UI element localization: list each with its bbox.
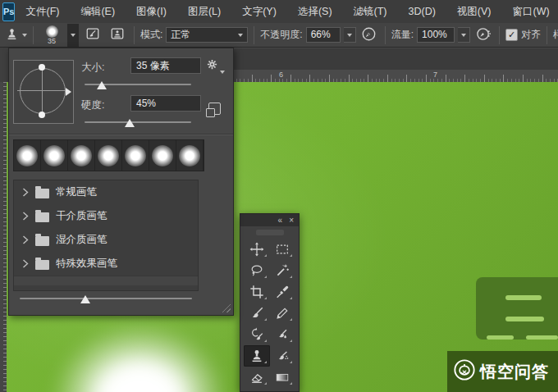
brush-preset-soft-round[interactable]	[122, 140, 149, 171]
toggle-clone-source-button[interactable]	[107, 26, 128, 43]
brush-preset-soft-round[interactable]	[68, 140, 95, 171]
angle-arrow-icon[interactable]	[66, 88, 71, 96]
tool-lasso[interactable]	[244, 260, 270, 281]
tool-crop[interactable]	[244, 281, 270, 303]
brush-preset-soft-round[interactable]	[176, 140, 204, 171]
divider	[385, 26, 386, 44]
angle-axis-v	[42, 66, 43, 116]
panel-resize-grip[interactable]	[222, 303, 231, 312]
roundness-handle[interactable]	[39, 112, 45, 118]
hardness-slider[interactable]	[85, 121, 191, 123]
chevron-down-icon	[238, 34, 243, 37]
brush-preset-soft-round[interactable]	[149, 140, 176, 171]
chevron-right-icon[interactable]	[22, 209, 29, 224]
menu-filter[interactable]: 滤镜(T)	[343, 0, 398, 23]
brush-preset-soft-round[interactable]	[95, 140, 122, 171]
collapse-panel-icon[interactable]: «	[278, 214, 283, 226]
menu-window[interactable]: 窗口(W)	[502, 0, 558, 23]
folder-icon	[35, 236, 49, 246]
flow-dropdown-button[interactable]	[458, 27, 470, 43]
panel-bottom-slider-thumb[interactable]	[80, 295, 90, 303]
flow-input[interactable]: 100%	[417, 27, 455, 43]
folder-label: 特殊效果画笔	[56, 257, 117, 271]
horizontal-ruler[interactable]: 6 7	[232, 70, 558, 83]
brush-preset-picker[interactable]: 35	[39, 24, 64, 47]
gear-menu-button[interactable]	[206, 58, 225, 74]
roundness-handle[interactable]	[39, 64, 45, 71]
size-label: 大小:	[81, 61, 104, 75]
chevron-right-icon[interactable]	[22, 185, 29, 200]
tool-pencil[interactable]	[270, 303, 296, 324]
divider	[134, 26, 135, 44]
toggle-brush-panel-button[interactable]	[82, 26, 103, 43]
menu-image[interactable]: 图像(I)	[126, 0, 177, 23]
tool-grid	[240, 237, 299, 390]
photo-highlight-blob	[52, 324, 228, 392]
close-panel-icon[interactable]: ×	[289, 214, 294, 226]
hardness-label: 硬度:	[81, 98, 104, 112]
tool-healing-brush[interactable]	[270, 345, 296, 367]
menu-file[interactable]: 文件(F)	[15, 0, 70, 23]
history-brush-tool-icon	[249, 327, 264, 342]
opacity-input[interactable]: 66%	[306, 27, 341, 43]
airbrush-button[interactable]	[473, 26, 493, 44]
tool-clone-stamp[interactable]	[244, 345, 270, 367]
tool-eraser[interactable]	[244, 367, 270, 388]
mode-select[interactable]: 正常	[166, 27, 248, 43]
folder-general-brushes[interactable]: 常规画笔	[14, 180, 198, 204]
hardness-slider-thumb[interactable]	[125, 119, 135, 127]
align-checkbox[interactable]: ✓	[505, 29, 518, 41]
clone-stamp-tool-icon	[249, 349, 264, 363]
tool-eyedropper[interactable]	[270, 281, 296, 303]
document-tab-strip	[232, 48, 558, 71]
eyedropper-tool-icon	[275, 285, 290, 299]
brush-preset-soft-round[interactable]	[14, 140, 41, 171]
tool-move[interactable]	[244, 239, 270, 260]
panel-bottom-slider[interactable]	[20, 298, 192, 299]
floating-tools-panel: « ×	[240, 213, 300, 392]
ruler-number: 7	[433, 71, 437, 79]
divider	[499, 26, 500, 44]
folder-row-partial	[14, 276, 198, 285]
tools-panel-header[interactable]: « ×	[240, 214, 299, 226]
opacity-value: 66%	[311, 29, 331, 40]
tool-magic-wand[interactable]	[270, 260, 296, 281]
menu-edit[interactable]: 编辑(E)	[70, 0, 126, 23]
menu-3d[interactable]: 3D(D)	[398, 0, 446, 23]
menu-type[interactable]: 文字(Y)	[231, 0, 287, 23]
folder-special-effects-brushes[interactable]: 特殊效果画笔	[14, 252, 198, 276]
folder-dry-media-brushes[interactable]: 干介质画笔	[14, 204, 198, 228]
folder-wet-media-brushes[interactable]: 湿介质画笔	[14, 228, 198, 252]
panel-title-smudge	[256, 230, 284, 235]
chevron-down-icon	[347, 34, 352, 37]
tool-preset-button[interactable]	[5, 27, 27, 43]
brush-picker-open-button[interactable]	[67, 24, 79, 47]
pressure-opacity-button[interactable]	[359, 26, 379, 44]
ps-logo-icon[interactable]: Ps	[2, 2, 15, 21]
tool-gradient[interactable]	[270, 367, 296, 388]
menu-select[interactable]: 选择(S)	[287, 0, 343, 23]
folder-label: 湿介质画笔	[56, 233, 107, 247]
tool-rectangular-marquee[interactable]	[270, 239, 296, 260]
rectangular-marquee-tool-icon	[275, 242, 290, 257]
brush-size-number: 35	[48, 38, 56, 44]
brush-preset-soft-round[interactable]	[41, 140, 68, 171]
size-slider[interactable]	[85, 84, 191, 85]
opacity-label: 不透明度:	[260, 28, 302, 42]
size-slider-thumb[interactable]	[97, 81, 107, 89]
size-input[interactable]: 35 像素	[130, 57, 201, 74]
tool-wet-media-brush[interactable]	[270, 324, 296, 345]
hardness-input[interactable]: 45%	[130, 95, 201, 112]
new-preset-icon[interactable]	[208, 103, 221, 115]
chevron-right-icon[interactable]	[22, 257, 29, 271]
chevron-right-icon[interactable]	[22, 233, 29, 248]
opacity-dropdown-button[interactable]	[344, 27, 356, 43]
clone-source-panel-icon	[110, 26, 125, 43]
menu-view[interactable]: 视图(V)	[446, 0, 502, 23]
menu-layer[interactable]: 图层(L)	[177, 0, 231, 23]
tool-history-brush[interactable]	[244, 324, 270, 345]
brush-angle-control[interactable]	[13, 60, 74, 124]
pencil-tool-icon	[275, 306, 290, 321]
clone-stamp-preset-icon	[5, 27, 19, 43]
tool-brush[interactable]	[244, 303, 270, 324]
